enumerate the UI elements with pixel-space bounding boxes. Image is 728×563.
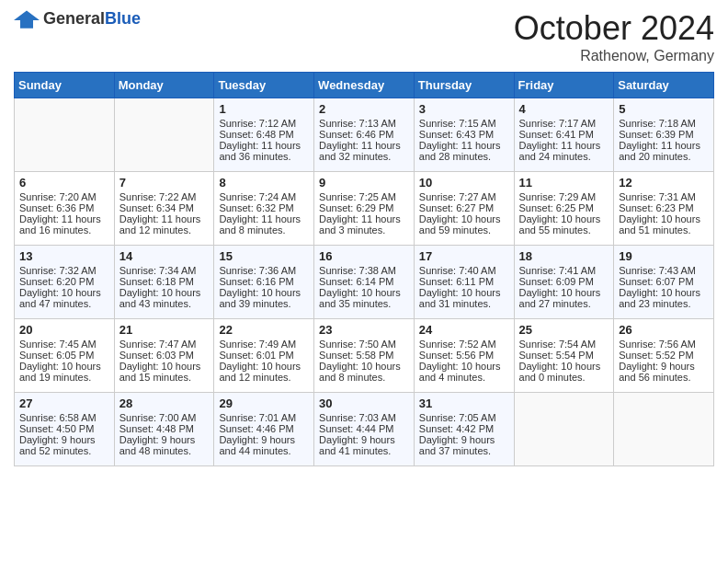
- calendar-cell: 20Sunrise: 7:45 AMSunset: 6:05 PMDayligh…: [15, 319, 115, 393]
- sunrise-text: Sunrise: 7:54 AM: [519, 339, 609, 350]
- calendar-cell: 12Sunrise: 7:31 AMSunset: 6:23 PMDayligh…: [614, 172, 714, 246]
- calendar-cell: 1Sunrise: 7:12 AMSunset: 6:48 PMDaylight…: [214, 98, 314, 172]
- sunset-text: Sunset: 6:03 PM: [119, 350, 210, 361]
- sunset-text: Sunset: 6:46 PM: [319, 129, 409, 140]
- calendar-cell: 17Sunrise: 7:40 AMSunset: 6:11 PMDayligh…: [414, 246, 514, 319]
- sunset-text: Sunset: 5:58 PM: [319, 350, 409, 361]
- day-number: 9: [319, 176, 409, 190]
- sunset-text: Sunset: 6:05 PM: [19, 350, 109, 361]
- sunrise-text: Sunrise: 7:36 AM: [219, 265, 309, 276]
- day-number: 16: [319, 249, 409, 263]
- calendar-cell: 4Sunrise: 7:17 AMSunset: 6:41 PMDaylight…: [514, 98, 614, 172]
- calendar-cell: 14Sunrise: 7:34 AMSunset: 6:18 PMDayligh…: [114, 246, 214, 319]
- sunrise-text: Sunrise: 7:56 AM: [619, 339, 709, 350]
- calendar-cell: 27Sunrise: 6:58 AMSunset: 4:50 PMDayligh…: [15, 393, 115, 466]
- week-row-3: 13Sunrise: 7:32 AMSunset: 6:20 PMDayligh…: [15, 246, 714, 319]
- calendar-cell: 10Sunrise: 7:27 AMSunset: 6:27 PMDayligh…: [414, 172, 514, 246]
- daylight-text: Daylight: 10 hours and 12 minutes.: [219, 361, 309, 383]
- day-number: 30: [319, 396, 409, 410]
- daylight-text: Daylight: 10 hours and 55 minutes.: [519, 213, 609, 236]
- sunrise-text: Sunrise: 7:52 AM: [419, 339, 509, 350]
- sunset-text: Sunset: 6:39 PM: [619, 129, 709, 140]
- daylight-text: Daylight: 9 hours and 41 minutes.: [319, 434, 409, 456]
- daylight-text: Daylight: 9 hours and 52 minutes.: [19, 434, 109, 456]
- sunrise-text: Sunrise: 7:13 AM: [319, 118, 409, 129]
- calendar-cell: 7Sunrise: 7:22 AMSunset: 6:34 PMDaylight…: [114, 172, 214, 246]
- sunrise-text: Sunrise: 7:15 AM: [419, 118, 509, 129]
- daylight-text: Daylight: 9 hours and 56 minutes.: [619, 361, 709, 383]
- day-header-friday: Friday: [514, 73, 614, 98]
- logo-blue: Blue: [105, 9, 141, 28]
- day-number: 23: [319, 323, 409, 337]
- sunrise-text: Sunrise: 7:05 AM: [419, 412, 509, 423]
- day-number: 10: [419, 176, 509, 190]
- daylight-text: Daylight: 11 hours and 12 minutes.: [119, 213, 210, 236]
- calendar-cell: 19Sunrise: 7:43 AMSunset: 6:07 PMDayligh…: [614, 246, 714, 319]
- sunset-text: Sunset: 6:16 PM: [219, 276, 309, 287]
- calendar-table: SundayMondayTuesdayWednesdayThursdayFrid…: [14, 72, 714, 466]
- sunrise-text: Sunrise: 7:03 AM: [319, 412, 409, 423]
- calendar-cell: 11Sunrise: 7:29 AMSunset: 6:25 PMDayligh…: [514, 172, 614, 246]
- sunrise-text: Sunrise: 7:47 AM: [119, 339, 210, 350]
- daylight-text: Daylight: 10 hours and 51 minutes.: [619, 213, 709, 236]
- day-number: 27: [19, 396, 109, 410]
- calendar-cell: 5Sunrise: 7:18 AMSunset: 6:39 PMDaylight…: [614, 98, 714, 172]
- sunrise-text: Sunrise: 7:32 AM: [19, 265, 109, 276]
- sunrise-text: Sunrise: 7:22 AM: [119, 191, 210, 202]
- header-row: SundayMondayTuesdayWednesdayThursdayFrid…: [15, 73, 714, 98]
- sunset-text: Sunset: 6:18 PM: [119, 276, 210, 287]
- svg-marker-0: [14, 10, 40, 28]
- sunrise-text: Sunrise: 7:38 AM: [319, 265, 409, 276]
- calendar-cell: 29Sunrise: 7:01 AMSunset: 4:46 PMDayligh…: [214, 393, 314, 466]
- daylight-text: Daylight: 10 hours and 31 minutes.: [419, 287, 509, 309]
- sunrise-text: Sunrise: 7:24 AM: [219, 191, 309, 202]
- calendar-cell: 15Sunrise: 7:36 AMSunset: 6:16 PMDayligh…: [214, 246, 314, 319]
- sunset-text: Sunset: 4:46 PM: [219, 423, 309, 434]
- sunset-text: Sunset: 4:50 PM: [19, 423, 109, 434]
- day-number: 1: [219, 102, 309, 116]
- daylight-text: Daylight: 10 hours and 4 minutes.: [419, 361, 509, 383]
- daylight-text: Daylight: 11 hours and 20 minutes.: [619, 140, 709, 162]
- calendar-cell: 21Sunrise: 7:47 AMSunset: 6:03 PMDayligh…: [114, 319, 214, 393]
- day-header-tuesday: Tuesday: [214, 73, 314, 98]
- daylight-text: Daylight: 10 hours and 39 minutes.: [219, 287, 309, 309]
- day-number: 4: [519, 102, 609, 116]
- daylight-text: Daylight: 10 hours and 35 minutes.: [319, 287, 409, 309]
- day-number: 7: [119, 176, 210, 190]
- month-title: October 2024: [514, 9, 714, 48]
- day-number: 17: [419, 249, 509, 263]
- calendar-cell: 9Sunrise: 7:25 AMSunset: 6:29 PMDaylight…: [314, 172, 415, 246]
- sunrise-text: Sunrise: 7:40 AM: [419, 265, 509, 276]
- calendar-cell: 18Sunrise: 7:41 AMSunset: 6:09 PMDayligh…: [514, 246, 614, 319]
- day-number: 24: [419, 323, 509, 337]
- day-number: 22: [219, 323, 309, 337]
- calendar-cell: 26Sunrise: 7:56 AMSunset: 5:52 PMDayligh…: [614, 319, 714, 393]
- logo: GeneralBlue: [14, 9, 141, 29]
- sunrise-text: Sunrise: 7:00 AM: [119, 412, 210, 423]
- calendar-cell: [614, 393, 714, 466]
- calendar-cell: [114, 98, 214, 172]
- sunset-text: Sunset: 6:23 PM: [619, 202, 709, 213]
- day-number: 26: [619, 323, 709, 337]
- sunset-text: Sunset: 5:52 PM: [619, 350, 709, 361]
- day-header-sunday: Sunday: [15, 73, 115, 98]
- day-number: 12: [619, 176, 709, 190]
- sunset-text: Sunset: 6:48 PM: [219, 129, 309, 140]
- logo-text: GeneralBlue: [43, 9, 141, 29]
- sunrise-text: Sunrise: 7:27 AM: [419, 191, 509, 202]
- sunset-text: Sunset: 6:43 PM: [419, 129, 509, 140]
- logo-icon: [14, 10, 40, 29]
- day-number: 18: [519, 249, 609, 263]
- day-number: 25: [519, 323, 609, 337]
- sunset-text: Sunset: 4:42 PM: [419, 423, 509, 434]
- sunset-text: Sunset: 4:48 PM: [119, 423, 210, 434]
- header: GeneralBlue October 2024 Rathenow, Germa…: [14, 9, 714, 64]
- daylight-text: Daylight: 9 hours and 37 minutes.: [419, 434, 509, 456]
- day-number: 21: [119, 323, 210, 337]
- sunrise-text: Sunrise: 7:29 AM: [519, 191, 609, 202]
- sunrise-text: Sunrise: 7:25 AM: [319, 191, 409, 202]
- sunrise-text: Sunrise: 7:17 AM: [519, 118, 609, 129]
- sunset-text: Sunset: 6:41 PM: [519, 129, 609, 140]
- week-row-2: 6Sunrise: 7:20 AMSunset: 6:36 PMDaylight…: [15, 172, 714, 246]
- week-row-1: 1Sunrise: 7:12 AMSunset: 6:48 PMDaylight…: [15, 98, 714, 172]
